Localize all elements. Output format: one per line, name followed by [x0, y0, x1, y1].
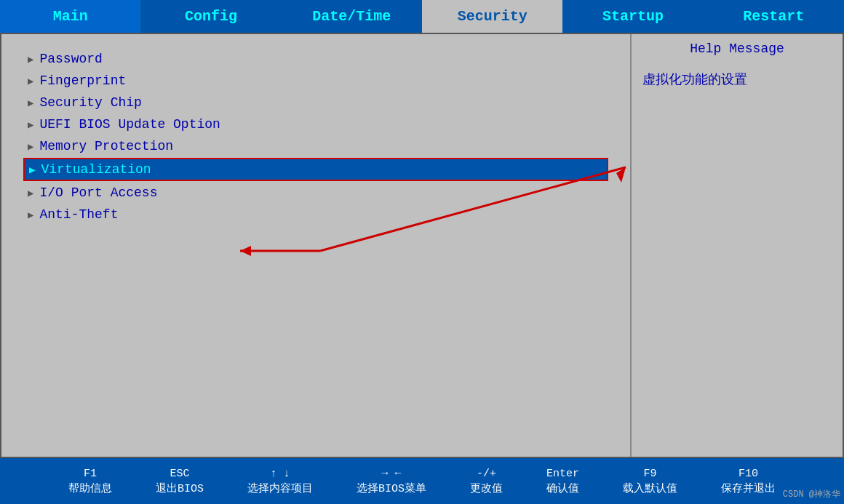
nav-config[interactable]: Config — [140, 0, 281, 33]
arrow-memory-protection: ▶ — [28, 140, 33, 153]
key-arrows-lr: → ← — [381, 468, 401, 480]
key-minus-plus: -/+ — [477, 468, 496, 480]
desc-enter: 确认值 — [546, 481, 579, 495]
key-f1: F1 — [84, 468, 97, 480]
nav-startup[interactable]: Startup — [562, 0, 703, 33]
arrow-fingerprint: ▶ — [28, 75, 33, 87]
arrow-password: ▶ — [28, 53, 33, 65]
shortcut-minus-plus: -/+ 更改值 — [470, 468, 503, 495]
arrow-virtualization: ▶ — [29, 164, 35, 176]
menu-item-anti-theft[interactable]: ▶ Anti-Theft — [23, 204, 608, 225]
content-area: ▶ Password ▶ Fingerprint ▶ Security Chip… — [0, 33, 844, 458]
nav-main[interactable]: Main — [0, 0, 140, 33]
shortcut-esc: ESC 退出BIOS — [156, 468, 204, 495]
arrow-uefi-bios: ▶ — [28, 119, 33, 131]
desc-arrows-ud: 选择内容项目 — [247, 481, 313, 495]
top-navigation: Main Config Date/Time Security Startup R… — [0, 0, 844, 33]
shortcut-enter: Enter 确认值 — [546, 468, 579, 495]
menu-item-memory-protection[interactable]: ▶ Memory Protection — [23, 136, 608, 156]
menu-item-uefi-bios[interactable]: ▶ UEFI BIOS Update Option — [23, 114, 608, 135]
shortcut-f10: F10 保存并退出 — [721, 468, 776, 495]
desc-arrows-lr: 选择BIOS菜单 — [357, 481, 426, 495]
shortcut-arrows-lr: → ← 选择BIOS菜单 — [357, 468, 426, 495]
help-title: Help Message — [642, 41, 832, 56]
desc-minus-plus: 更改值 — [470, 481, 503, 495]
arrow-io-port: ▶ — [28, 187, 33, 199]
help-text: 虚拟化功能的设置 — [642, 71, 832, 88]
menu-item-io-port-access[interactable]: ▶ I/O Port Access — [23, 183, 608, 203]
key-esc: ESC — [170, 468, 189, 480]
shortcut-f1: F1 帮助信息 — [68, 468, 112, 495]
key-f9: F9 — [644, 468, 657, 480]
arrow-anti-theft: ▶ — [28, 209, 33, 221]
arrow-security-chip: ▶ — [28, 97, 33, 109]
watermark: CSDN @神洛华 — [783, 488, 840, 500]
right-panel: Help Message 虚拟化功能的设置 — [632, 34, 843, 457]
nav-security[interactable]: Security — [422, 0, 562, 33]
bottom-bar: F1 帮助信息 ESC 退出BIOS ↑ ↓ 选择内容项目 → ← 选择BIOS… — [0, 458, 844, 504]
menu-item-virtualization[interactable]: ▶ Virtualization — [23, 158, 608, 181]
key-enter: Enter — [546, 468, 579, 480]
left-panel: ▶ Password ▶ Fingerprint ▶ Security Chip… — [1, 34, 632, 457]
key-f10: F10 — [738, 468, 758, 480]
nav-datetime[interactable]: Date/Time — [282, 0, 422, 33]
desc-f9: 载入默认值 — [623, 481, 677, 495]
key-arrows-ud: ↑ ↓ — [270, 468, 290, 480]
menu-item-fingerprint[interactable]: ▶ Fingerprint — [23, 71, 608, 91]
desc-f1: 帮助信息 — [68, 481, 112, 495]
desc-esc: 退出BIOS — [156, 481, 204, 495]
desc-f10: 保存并退出 — [721, 481, 776, 495]
shortcut-f9: F9 载入默认值 — [623, 468, 677, 495]
shortcut-arrows-ud: ↑ ↓ 选择内容项目 — [247, 468, 313, 495]
menu-item-security-chip[interactable]: ▶ Security Chip — [23, 92, 608, 113]
menu-item-password[interactable]: ▶ Password — [23, 49, 608, 69]
nav-restart[interactable]: Restart — [704, 0, 844, 33]
content-wrapper: ▶ Password ▶ Fingerprint ▶ Security Chip… — [0, 33, 844, 458]
